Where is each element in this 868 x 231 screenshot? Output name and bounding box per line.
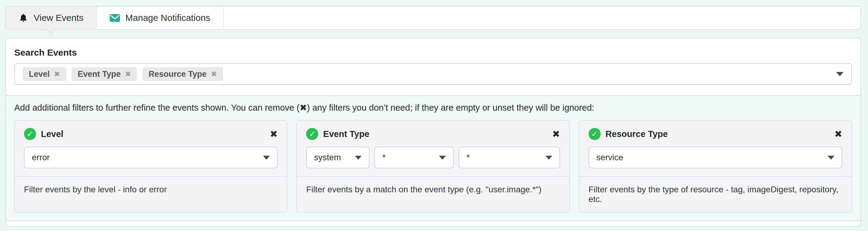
- card-header: ✓ Event Type ✖: [297, 121, 569, 140]
- card-description: Filter events by the level - info or err…: [15, 176, 287, 202]
- select-value: service: [596, 153, 623, 162]
- tag-label: Level: [29, 70, 50, 79]
- chevron-down-icon: [263, 156, 270, 160]
- apply-filters-button[interactable]: Apply Filters: [14, 227, 88, 227]
- filter-card-resource-type: ✓ Resource Type ✖ service Filter events …: [579, 120, 852, 213]
- close-icon[interactable]: ✖: [270, 129, 278, 139]
- chevron-down-icon: [828, 156, 834, 160]
- card-body: system * *: [297, 140, 569, 176]
- event-type-select-2[interactable]: *: [374, 147, 454, 168]
- events-page: View Events Manage Notifications Search …: [0, 0, 868, 231]
- tag-remove-icon[interactable]: ✖: [54, 70, 60, 78]
- tag-remove-icon[interactable]: ✖: [125, 70, 131, 78]
- check-circle-icon: ✓: [306, 128, 318, 140]
- card-description: Filter events by a match on the event ty…: [297, 176, 569, 202]
- card-header: ✓ Resource Type ✖: [580, 121, 851, 140]
- filter-cards-row: ✓ Level ✖ error Filter events by the lev…: [14, 120, 852, 213]
- select-value: *: [466, 153, 470, 162]
- check-circle-icon: ✓: [24, 128, 36, 140]
- tab-manage-notifications[interactable]: Manage Notifications: [97, 7, 224, 29]
- tag-label: Resource Type: [149, 70, 207, 79]
- close-icon[interactable]: ✖: [552, 129, 560, 139]
- event-type-select-3[interactable]: *: [459, 147, 560, 168]
- actions-bar: Apply Filters Clear Filters Showing filt…: [6, 221, 861, 227]
- close-icon[interactable]: ✖: [834, 129, 842, 139]
- card-title: Level: [41, 129, 63, 139]
- card-title: Event Type: [323, 129, 369, 139]
- chevron-down-icon: [439, 156, 446, 160]
- tag-remove-icon[interactable]: ✖: [211, 70, 217, 78]
- chevron-down-icon[interactable]: [836, 72, 843, 76]
- bell-icon: [19, 13, 28, 23]
- tab-view-events[interactable]: View Events: [6, 7, 97, 29]
- event-type-select-1[interactable]: system: [306, 147, 369, 168]
- card-header: ✓ Level ✖: [15, 121, 287, 140]
- events-button-group: Fetch More Refresh Events: [706, 226, 852, 227]
- filter-tag-event-type[interactable]: Event Type ✖: [71, 67, 137, 81]
- tab-label: View Events: [34, 13, 84, 23]
- chevron-down-icon: [546, 156, 552, 160]
- filter-tag-resource-type[interactable]: Resource Type ✖: [143, 67, 223, 81]
- card-title: Resource Type: [606, 129, 668, 139]
- select-value: error: [32, 153, 50, 162]
- card-body: service: [580, 140, 851, 176]
- card-description: Filter events by the type of resource - …: [580, 176, 851, 212]
- select-value: *: [382, 153, 385, 162]
- tab-label: Manage Notifications: [125, 13, 210, 23]
- envelope-icon: [110, 14, 120, 22]
- filter-tag-level[interactable]: Level ✖: [23, 67, 66, 81]
- search-section: Search Events Level ✖ Event Type ✖ Resou…: [6, 38, 861, 95]
- filters-section: Add additional filters to further refine…: [6, 96, 861, 221]
- active-tab-caret: [46, 24, 56, 34]
- filter-card-event-type: ✓ Event Type ✖ system *: [297, 120, 569, 213]
- tab-bar: View Events Manage Notifications: [5, 6, 861, 30]
- fetch-more-button[interactable]: Fetch More: [706, 227, 772, 227]
- chevron-down-icon: [355, 156, 362, 160]
- filters-instruction: Add additional filters to further refine…: [14, 103, 852, 113]
- search-filter-select[interactable]: Level ✖ Event Type ✖ Resource Type ✖: [14, 63, 852, 85]
- search-events-title: Search Events: [14, 47, 852, 58]
- tag-label: Event Type: [78, 70, 121, 79]
- card-body: error: [15, 140, 287, 176]
- clear-filters-button[interactable]: Clear Filters: [95, 227, 167, 227]
- resource-type-select[interactable]: service: [589, 147, 842, 168]
- select-value: system: [314, 153, 341, 162]
- filter-card-level: ✓ Level ✖ error Filter events by the lev…: [14, 120, 287, 213]
- check-circle-icon: ✓: [589, 128, 601, 140]
- level-select[interactable]: error: [24, 147, 278, 168]
- refresh-events-button[interactable]: Refresh Events: [772, 227, 851, 227]
- events-panel: Search Events Level ✖ Event Type ✖ Resou…: [5, 38, 861, 227]
